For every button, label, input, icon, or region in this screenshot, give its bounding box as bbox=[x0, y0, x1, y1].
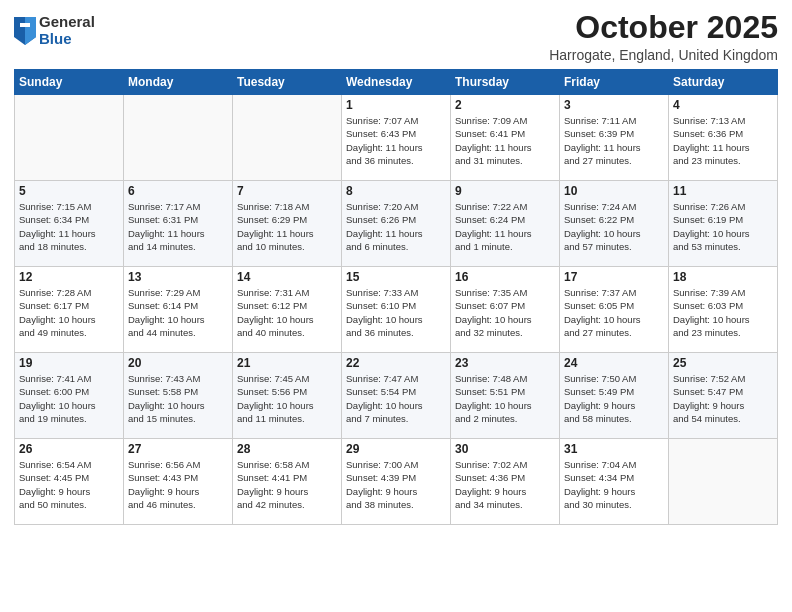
day-info: Sunrise: 7:45 AM Sunset: 5:56 PM Dayligh… bbox=[237, 372, 337, 425]
svg-marker-1 bbox=[25, 17, 36, 45]
day-info: Sunrise: 7:20 AM Sunset: 6:26 PM Dayligh… bbox=[346, 200, 446, 253]
day-number: 19 bbox=[19, 356, 119, 370]
col-friday: Friday bbox=[560, 70, 669, 95]
location: Harrogate, England, United Kingdom bbox=[549, 47, 778, 63]
calendar-cell-4-3: 29Sunrise: 7:00 AM Sunset: 4:39 PM Dayli… bbox=[342, 439, 451, 525]
logo-general: General bbox=[39, 14, 95, 31]
day-number: 5 bbox=[19, 184, 119, 198]
day-info: Sunrise: 7:29 AM Sunset: 6:14 PM Dayligh… bbox=[128, 286, 228, 339]
calendar-cell-2-4: 16Sunrise: 7:35 AM Sunset: 6:07 PM Dayli… bbox=[451, 267, 560, 353]
day-info: Sunrise: 6:54 AM Sunset: 4:45 PM Dayligh… bbox=[19, 458, 119, 511]
day-info: Sunrise: 7:41 AM Sunset: 6:00 PM Dayligh… bbox=[19, 372, 119, 425]
week-row-1: 5Sunrise: 7:15 AM Sunset: 6:34 PM Daylig… bbox=[15, 181, 778, 267]
col-thursday: Thursday bbox=[451, 70, 560, 95]
calendar-cell-1-6: 11Sunrise: 7:26 AM Sunset: 6:19 PM Dayli… bbox=[669, 181, 778, 267]
day-info: Sunrise: 7:48 AM Sunset: 5:51 PM Dayligh… bbox=[455, 372, 555, 425]
calendar-header-row: Sunday Monday Tuesday Wednesday Thursday… bbox=[15, 70, 778, 95]
day-number: 31 bbox=[564, 442, 664, 456]
calendar-cell-0-0 bbox=[15, 95, 124, 181]
day-info: Sunrise: 7:37 AM Sunset: 6:05 PM Dayligh… bbox=[564, 286, 664, 339]
title-block: October 2025 Harrogate, England, United … bbox=[549, 10, 778, 63]
day-info: Sunrise: 7:09 AM Sunset: 6:41 PM Dayligh… bbox=[455, 114, 555, 167]
day-info: Sunrise: 7:04 AM Sunset: 4:34 PM Dayligh… bbox=[564, 458, 664, 511]
col-monday: Monday bbox=[124, 70, 233, 95]
calendar-cell-3-1: 20Sunrise: 7:43 AM Sunset: 5:58 PM Dayli… bbox=[124, 353, 233, 439]
col-tuesday: Tuesday bbox=[233, 70, 342, 95]
day-number: 6 bbox=[128, 184, 228, 198]
calendar-cell-1-4: 9Sunrise: 7:22 AM Sunset: 6:24 PM Daylig… bbox=[451, 181, 560, 267]
col-wednesday: Wednesday bbox=[342, 70, 451, 95]
calendar-cell-1-0: 5Sunrise: 7:15 AM Sunset: 6:34 PM Daylig… bbox=[15, 181, 124, 267]
day-number: 17 bbox=[564, 270, 664, 284]
calendar-cell-4-5: 31Sunrise: 7:04 AM Sunset: 4:34 PM Dayli… bbox=[560, 439, 669, 525]
day-info: Sunrise: 7:39 AM Sunset: 6:03 PM Dayligh… bbox=[673, 286, 773, 339]
day-number: 7 bbox=[237, 184, 337, 198]
day-info: Sunrise: 7:26 AM Sunset: 6:19 PM Dayligh… bbox=[673, 200, 773, 253]
day-number: 10 bbox=[564, 184, 664, 198]
day-number: 8 bbox=[346, 184, 446, 198]
calendar-cell-3-0: 19Sunrise: 7:41 AM Sunset: 6:00 PM Dayli… bbox=[15, 353, 124, 439]
day-info: Sunrise: 7:18 AM Sunset: 6:29 PM Dayligh… bbox=[237, 200, 337, 253]
logo: General Blue bbox=[14, 14, 95, 47]
day-number: 13 bbox=[128, 270, 228, 284]
day-number: 16 bbox=[455, 270, 555, 284]
day-info: Sunrise: 7:02 AM Sunset: 4:36 PM Dayligh… bbox=[455, 458, 555, 511]
header: General Blue October 2025 Harrogate, Eng… bbox=[14, 10, 778, 63]
svg-marker-2 bbox=[20, 23, 30, 27]
week-row-0: 1Sunrise: 7:07 AM Sunset: 6:43 PM Daylig… bbox=[15, 95, 778, 181]
calendar-cell-1-3: 8Sunrise: 7:20 AM Sunset: 6:26 PM Daylig… bbox=[342, 181, 451, 267]
day-number: 20 bbox=[128, 356, 228, 370]
day-info: Sunrise: 7:22 AM Sunset: 6:24 PM Dayligh… bbox=[455, 200, 555, 253]
calendar-cell-0-5: 3Sunrise: 7:11 AM Sunset: 6:39 PM Daylig… bbox=[560, 95, 669, 181]
logo-blue: Blue bbox=[39, 31, 95, 48]
calendar-cell-3-2: 21Sunrise: 7:45 AM Sunset: 5:56 PM Dayli… bbox=[233, 353, 342, 439]
day-info: Sunrise: 7:31 AM Sunset: 6:12 PM Dayligh… bbox=[237, 286, 337, 339]
day-number: 23 bbox=[455, 356, 555, 370]
day-number: 21 bbox=[237, 356, 337, 370]
day-info: Sunrise: 7:15 AM Sunset: 6:34 PM Dayligh… bbox=[19, 200, 119, 253]
day-info: Sunrise: 7:43 AM Sunset: 5:58 PM Dayligh… bbox=[128, 372, 228, 425]
day-number: 24 bbox=[564, 356, 664, 370]
day-info: Sunrise: 7:24 AM Sunset: 6:22 PM Dayligh… bbox=[564, 200, 664, 253]
day-info: Sunrise: 6:56 AM Sunset: 4:43 PM Dayligh… bbox=[128, 458, 228, 511]
calendar: Sunday Monday Tuesday Wednesday Thursday… bbox=[14, 69, 778, 525]
calendar-cell-2-5: 17Sunrise: 7:37 AM Sunset: 6:05 PM Dayli… bbox=[560, 267, 669, 353]
calendar-cell-2-1: 13Sunrise: 7:29 AM Sunset: 6:14 PM Dayli… bbox=[124, 267, 233, 353]
day-number: 18 bbox=[673, 270, 773, 284]
calendar-cell-0-1 bbox=[124, 95, 233, 181]
calendar-cell-1-5: 10Sunrise: 7:24 AM Sunset: 6:22 PM Dayli… bbox=[560, 181, 669, 267]
day-info: Sunrise: 7:47 AM Sunset: 5:54 PM Dayligh… bbox=[346, 372, 446, 425]
calendar-cell-2-3: 15Sunrise: 7:33 AM Sunset: 6:10 PM Dayli… bbox=[342, 267, 451, 353]
week-row-4: 26Sunrise: 6:54 AM Sunset: 4:45 PM Dayli… bbox=[15, 439, 778, 525]
week-row-3: 19Sunrise: 7:41 AM Sunset: 6:00 PM Dayli… bbox=[15, 353, 778, 439]
calendar-cell-4-1: 27Sunrise: 6:56 AM Sunset: 4:43 PM Dayli… bbox=[124, 439, 233, 525]
calendar-cell-4-2: 28Sunrise: 6:58 AM Sunset: 4:41 PM Dayli… bbox=[233, 439, 342, 525]
day-number: 26 bbox=[19, 442, 119, 456]
calendar-cell-1-1: 6Sunrise: 7:17 AM Sunset: 6:31 PM Daylig… bbox=[124, 181, 233, 267]
logo-icon bbox=[14, 17, 36, 45]
day-number: 2 bbox=[455, 98, 555, 112]
week-row-2: 12Sunrise: 7:28 AM Sunset: 6:17 PM Dayli… bbox=[15, 267, 778, 353]
day-info: Sunrise: 7:13 AM Sunset: 6:36 PM Dayligh… bbox=[673, 114, 773, 167]
day-info: Sunrise: 7:33 AM Sunset: 6:10 PM Dayligh… bbox=[346, 286, 446, 339]
day-number: 4 bbox=[673, 98, 773, 112]
day-number: 9 bbox=[455, 184, 555, 198]
day-info: Sunrise: 7:17 AM Sunset: 6:31 PM Dayligh… bbox=[128, 200, 228, 253]
day-info: Sunrise: 7:11 AM Sunset: 6:39 PM Dayligh… bbox=[564, 114, 664, 167]
calendar-cell-3-6: 25Sunrise: 7:52 AM Sunset: 5:47 PM Dayli… bbox=[669, 353, 778, 439]
calendar-cell-4-0: 26Sunrise: 6:54 AM Sunset: 4:45 PM Dayli… bbox=[15, 439, 124, 525]
calendar-cell-3-3: 22Sunrise: 7:47 AM Sunset: 5:54 PM Dayli… bbox=[342, 353, 451, 439]
day-number: 29 bbox=[346, 442, 446, 456]
day-number: 27 bbox=[128, 442, 228, 456]
logo-text: General Blue bbox=[39, 14, 95, 47]
calendar-cell-3-4: 23Sunrise: 7:48 AM Sunset: 5:51 PM Dayli… bbox=[451, 353, 560, 439]
day-number: 25 bbox=[673, 356, 773, 370]
page: General Blue October 2025 Harrogate, Eng… bbox=[0, 0, 792, 612]
calendar-cell-1-2: 7Sunrise: 7:18 AM Sunset: 6:29 PM Daylig… bbox=[233, 181, 342, 267]
month-title: October 2025 bbox=[549, 10, 778, 45]
calendar-cell-2-2: 14Sunrise: 7:31 AM Sunset: 6:12 PM Dayli… bbox=[233, 267, 342, 353]
day-number: 3 bbox=[564, 98, 664, 112]
day-number: 30 bbox=[455, 442, 555, 456]
calendar-cell-4-4: 30Sunrise: 7:02 AM Sunset: 4:36 PM Dayli… bbox=[451, 439, 560, 525]
calendar-cell-0-2 bbox=[233, 95, 342, 181]
